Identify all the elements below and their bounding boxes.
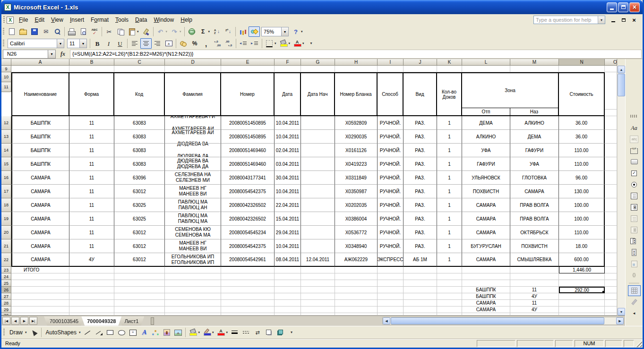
cell-H29[interactable]	[335, 306, 378, 313]
cell-A20[interactable]: САМАРА	[11, 226, 69, 239]
cell-D23[interactable]	[165, 267, 221, 273]
undo-button[interactable]: ↶▾	[155, 26, 169, 37]
cell-D26[interactable]	[165, 287, 221, 293]
drawing-button[interactable]	[249, 26, 260, 37]
cell-K9[interactable]	[437, 66, 462, 72]
cell-E20[interactable]: 20080054545234	[221, 226, 275, 239]
menu-edit[interactable]: Edit	[31, 15, 48, 25]
cell-A26[interactable]	[11, 287, 69, 293]
cell-I28[interactable]	[378, 300, 404, 306]
forms-viewcode-button[interactable]: {}	[628, 270, 641, 281]
toolbar-options-button[interactable]: ▾	[306, 38, 317, 49]
cell-J19[interactable]: РАЗ.	[404, 212, 437, 226]
cell-G23[interactable]	[301, 267, 335, 273]
cell-G20[interactable]	[301, 226, 335, 239]
cell-I12[interactable]: РУЧНОЙ.	[378, 116, 404, 130]
underline-button[interactable]: U	[114, 38, 126, 49]
cell-B17[interactable]: 11	[69, 185, 114, 198]
mail-button[interactable]: ✉	[40, 26, 52, 37]
arrow-style-button[interactable]: ⇄	[252, 327, 263, 338]
fill-color-button[interactable]: ▾	[278, 38, 292, 49]
paste-button-dropdown-icon[interactable]: ▾	[137, 30, 139, 34]
cell-K21[interactable]: 1	[437, 239, 462, 253]
cell-I17[interactable]: РУЧНОЙ.	[378, 185, 404, 198]
cell-M22[interactable]: СМЫШЛЯЕВКА	[510, 253, 559, 267]
cell-A27[interactable]	[11, 293, 69, 300]
line-style-button[interactable]	[229, 327, 240, 338]
cell-G21[interactable]	[301, 239, 335, 253]
cell-L13[interactable]: АЛКИНО	[462, 130, 510, 144]
diagram-button[interactable]	[150, 327, 161, 338]
forms-groupbox-button[interactable]	[628, 145, 641, 156]
align-right-button[interactable]	[152, 38, 163, 49]
cell-F14[interactable]: 02.04.2011	[275, 144, 301, 157]
cell-I19[interactable]: РУЧНОЙ.	[378, 212, 404, 226]
cell-H15[interactable]: X0419223	[335, 157, 378, 171]
arrow-button[interactable]	[93, 327, 104, 338]
fx-icon[interactable]: fx	[56, 51, 70, 58]
cell-H18[interactable]: X0202035	[335, 198, 378, 212]
cell-K23[interactable]	[437, 267, 462, 273]
rectangle-button[interactable]	[104, 327, 116, 338]
cell-O13[interactable]	[605, 130, 617, 144]
cell-H21[interactable]: X0348940	[335, 239, 378, 253]
row-header-22[interactable]: 22	[1, 253, 11, 267]
help-button-dropdown-icon[interactable]: ▾	[301, 30, 303, 34]
cell-H24[interactable]	[335, 273, 378, 280]
cell-M17[interactable]: САМАРА	[510, 185, 559, 198]
cell-E18[interactable]: 20080042326502	[221, 198, 275, 212]
cell-F29[interactable]	[275, 306, 301, 313]
column-header-C[interactable]: C	[114, 59, 165, 66]
copy-button[interactable]	[115, 26, 126, 37]
cell-G13[interactable]	[301, 130, 335, 144]
cell-F17[interactable]: 10.04.2011	[275, 185, 301, 198]
cell-F24[interactable]	[275, 273, 301, 280]
scroll-left-button[interactable]: ◀	[383, 317, 390, 324]
column-header-N[interactable]: N	[559, 59, 605, 66]
cell-D14[interactable]: ДЮДЯЕВА ВАДЮДЯЕВА ДА	[165, 144, 221, 157]
redo-button[interactable]: ↷▾	[169, 26, 183, 37]
cell-M12[interactable]: АЛКИНО	[510, 116, 559, 130]
cell-O12[interactable]	[605, 116, 617, 130]
forms-option-button[interactable]	[628, 179, 641, 190]
row-header-21[interactable]: 21	[1, 239, 11, 253]
cell-F9[interactable]	[275, 66, 301, 72]
italic-button[interactable]: I	[103, 38, 114, 49]
cell-D29[interactable]	[165, 306, 221, 313]
cell-O26[interactable]	[605, 287, 617, 293]
sort-descending-button[interactable]	[223, 26, 234, 37]
cell-A9[interactable]	[11, 66, 69, 72]
cell-N29[interactable]	[559, 306, 605, 313]
oval-button[interactable]	[116, 327, 127, 338]
cell-L14[interactable]: УФА	[462, 144, 510, 157]
cell-G9[interactable]	[301, 66, 335, 72]
cell-D15[interactable]: ДЮДЯЕВА ВАДЮДЯЕВА ДА	[165, 157, 221, 171]
sheet-tab-7000049328[interactable]: 7000049328	[81, 316, 121, 326]
menu-tools[interactable]: Tools	[112, 15, 132, 25]
cell-F15[interactable]: 03.04.2011	[275, 157, 301, 171]
header-cell-D10[interactable]: Фамилия	[165, 72, 221, 116]
cell-E22[interactable]: 20080054542961	[221, 253, 275, 267]
cell-C22[interactable]: 63012	[114, 253, 165, 267]
cell-G29[interactable]	[301, 306, 335, 313]
open-button[interactable]	[17, 26, 29, 37]
cell-C9[interactable]	[114, 66, 165, 72]
cell-A25[interactable]	[11, 280, 69, 287]
cell-H23[interactable]	[335, 267, 378, 273]
formula-input[interactable]: {=SUM((A12:A22=L26)*(B12:B22=M26)*(N12:N…	[70, 50, 642, 59]
cell-K22[interactable]: 1	[437, 253, 462, 267]
cell-I9[interactable]	[378, 66, 404, 72]
forms-spinner-button[interactable]	[628, 236, 641, 247]
last-sheet-button[interactable]: ▶|	[29, 317, 37, 325]
help-button[interactable]: ?▾	[290, 26, 304, 37]
header-cell-H10[interactable]: Номер Бланка	[335, 72, 378, 116]
row-header-14[interactable]: 14	[1, 144, 11, 157]
cell-E16[interactable]: 20080043177341	[221, 171, 275, 185]
forms-label-button[interactable]: Aa	[628, 122, 641, 133]
cell-K27[interactable]	[437, 293, 462, 300]
fill-color-button-2-dropdown-icon[interactable]: ▾	[198, 331, 200, 334]
minimize-button[interactable]	[607, 2, 617, 12]
cell-B28[interactable]	[69, 300, 114, 306]
cell-L18[interactable]: САМАРА	[462, 198, 510, 212]
cell-H14[interactable]: X0161126	[335, 144, 378, 157]
